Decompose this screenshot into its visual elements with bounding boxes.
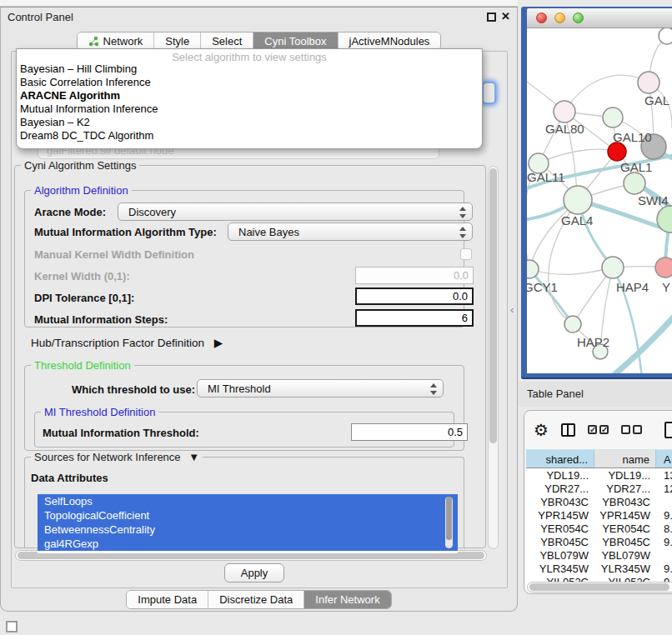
node-label: HAP2: [577, 335, 609, 349]
close-traffic-light-icon[interactable]: [536, 12, 547, 23]
algorithm-option-selected[interactable]: ARACNE Algorithm: [17, 89, 482, 102]
column-header-partial[interactable]: A: [656, 449, 672, 468]
cell-name: YPR145W: [594, 508, 656, 522]
list-vertical-scrollbar[interactable]: [445, 497, 453, 548]
node-table: shared... name A YDL19... YDL19... 13 YD…: [526, 449, 672, 588]
node-label: GCY1: [527, 280, 558, 294]
column-header-shared-name[interactable]: shared...: [526, 449, 594, 468]
manual-kernel-label: Manual Kernel Width Definition: [34, 248, 194, 261]
algorithm-option[interactable]: Dream8 DC_TDC Algorithm: [17, 129, 482, 142]
network-window-titlebar[interactable]: [527, 8, 672, 28]
hub-definition-label[interactable]: Hub/Transcription Factor Definition ▶: [31, 336, 223, 349]
unchecked-checkbox-icon: [621, 425, 630, 434]
network-canvas[interactable]: GAL GAL80 GAL10 GAL1 GAL11 SWI4 GAL4 GCY…: [527, 28, 672, 373]
mi-type-value: Naive Bayes: [238, 226, 299, 238]
document-icon[interactable]: [664, 422, 672, 438]
cell-value: [656, 548, 672, 562]
deselect-all-checkboxes-icon[interactable]: [621, 425, 642, 434]
manual-kernel-checkbox[interactable]: [460, 248, 472, 260]
node-label: GAL80: [545, 122, 584, 136]
unchecked-checkbox-icon: [633, 425, 642, 434]
mi-steps-field[interactable]: [355, 309, 474, 327]
zoom-traffic-light-icon[interactable]: [573, 12, 584, 23]
expand-down-icon[interactable]: ▼: [188, 451, 199, 463]
algorithm-option[interactable]: Bayesian – K2: [17, 116, 482, 129]
scrollbar-thumb[interactable]: [489, 168, 497, 443]
attribute-item-selected[interactable]: TopologicalCoefficient: [38, 508, 458, 522]
panel-divider-arrow-icon[interactable]: ‹: [510, 303, 514, 316]
cyni-algorithm-settings-title: Cyni Algorithm Settings: [21, 159, 139, 172]
columns-icon[interactable]: [561, 423, 575, 437]
attribute-item-selected[interactable]: BetweennessCentrality: [38, 522, 458, 537]
scrollbar-thumb[interactable]: [529, 583, 669, 591]
dpi-tolerance-field[interactable]: [355, 288, 474, 305]
apply-button[interactable]: Apply: [224, 563, 284, 582]
data-attributes-label: Data Attributes: [31, 472, 108, 484]
window-top-strip: [0, 0, 518, 7]
table-row[interactable]: YLR345W YLR345W 9.: [526, 562, 672, 575]
node-label: GAL10: [613, 130, 652, 144]
minimize-traffic-light-icon[interactable]: [554, 12, 565, 23]
table-row[interactable]: YER054C YER054C 8.: [526, 522, 672, 535]
cell-value: 9.: [656, 535, 672, 548]
which-threshold-combo[interactable]: MI Threshold: [197, 379, 444, 398]
settings-vertical-scrollbar[interactable]: [488, 166, 499, 549]
cell-shared-name: YDR27...: [526, 482, 594, 495]
mi-threshold-label: Mutual Information Threshold:: [43, 427, 199, 439]
cell-value: 9.: [656, 562, 672, 575]
network-view-window: GAL GAL80 GAL10 GAL1 GAL11 SWI4 GAL4 GCY…: [521, 7, 672, 379]
tab-network[interactable]: Network: [78, 32, 155, 50]
close-icon[interactable]: ✕: [501, 10, 510, 22]
node-label: GAL4: [561, 213, 593, 228]
select-all-checkboxes-icon[interactable]: ✓ ✓: [588, 425, 609, 434]
cell-name: YDR27...: [594, 482, 656, 495]
docked-window-icon[interactable]: [6, 621, 18, 632]
control-panel-titlebar: Control Panel ✕: [1, 8, 517, 28]
tab-style[interactable]: Style: [154, 32, 201, 50]
attribute-item-selected[interactable]: SelfLoops: [38, 494, 458, 508]
cell-shared-name: YPR145W: [526, 508, 594, 522]
algorithm-option[interactable]: Mutual Information Inference: [17, 102, 482, 116]
table-row[interactable]: YBR045C YBR045C 9.: [526, 535, 672, 548]
table-panel-title: Table Panel: [527, 388, 584, 400]
table-row[interactable]: YDR27... YDR27... 12: [526, 482, 672, 495]
attribute-item-selected[interactable]: gal4RGexp: [38, 537, 458, 551]
cell-name: YBL079W: [594, 548, 656, 562]
algorithm-option[interactable]: Basic Correlation Inference: [17, 76, 482, 89]
table-horizontal-scrollbar[interactable]: [527, 582, 672, 592]
table-row[interactable]: YDL19... YDL19... 13: [526, 468, 672, 482]
cell-shared-name: YDL19...: [526, 468, 594, 482]
cell-shared-name: YLR345W: [526, 562, 594, 575]
mi-type-combo[interactable]: Naive Bayes: [228, 222, 473, 241]
aracne-mode-value: Discovery: [128, 206, 176, 218]
tab-discretize-data[interactable]: Discretize Data: [208, 591, 304, 608]
tab-infer-network[interactable]: Infer Network: [304, 591, 390, 608]
gear-icon[interactable]: ⚙: [534, 422, 549, 438]
aracne-mode-combo[interactable]: Discovery: [118, 202, 473, 221]
cell-name: YBR045C: [594, 535, 656, 548]
cell-value: 12: [656, 482, 672, 495]
tab-impute-data-label: Impute Data: [138, 593, 197, 606]
node-label: Y: [662, 280, 670, 294]
node-label: SWI4: [638, 193, 669, 208]
kernel-width-field[interactable]: [355, 267, 474, 284]
data-attributes-list[interactable]: SelfLoops TopologicalCoefficient Between…: [38, 494, 458, 553]
table-row[interactable]: YBL079W YBL079W: [526, 548, 672, 562]
cell-shared-name: YER054C: [526, 522, 594, 535]
scrollbar-thumb[interactable]: [446, 497, 452, 540]
column-header-name[interactable]: name: [594, 449, 656, 468]
cell-shared-name: YBL079W: [526, 548, 594, 562]
network-icon: [88, 36, 99, 47]
mi-threshold-field[interactable]: [351, 423, 468, 441]
combo-spinner-icon: [429, 383, 437, 395]
algorithm-option[interactable]: Bayesian – Hill Climbing: [17, 62, 482, 76]
table-row[interactable]: YPR145W YPR145W 9.: [526, 508, 672, 522]
focused-combo-fragment: [482, 82, 496, 104]
collapse-right-icon[interactable]: ▶: [214, 337, 223, 349]
tab-cyni-toolbox[interactable]: Cyni Toolbox: [253, 32, 338, 50]
table-row[interactable]: YBR043C YBR043C: [526, 495, 672, 508]
tab-jactivemnodules[interactable]: jActiveMNodules: [339, 32, 441, 50]
tab-impute-data[interactable]: Impute Data: [127, 591, 208, 608]
tab-select[interactable]: Select: [201, 32, 253, 50]
float-window-icon[interactable]: [487, 12, 496, 22]
